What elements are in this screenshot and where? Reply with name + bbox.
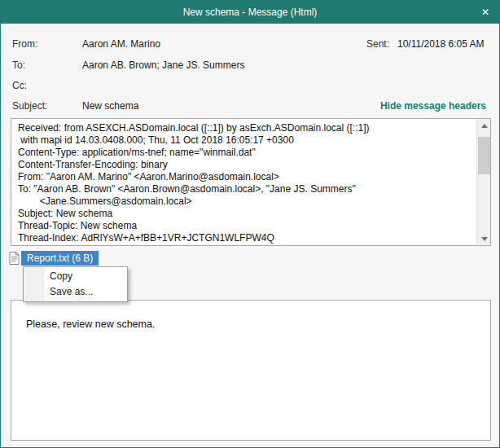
header-line: Thread-Index: AdRlYsW+A+fBB+1VR+JCTGN1WL… [18, 232, 470, 244]
message-headers-box[interactable]: Received: from ASEXCH.ASDomain.local ([:… [11, 118, 491, 246]
subject-value: New schema [82, 100, 138, 112]
sent-label: Sent: [366, 38, 389, 50]
message-body-text: Please, review new schema. [11, 301, 490, 348]
header-line: Content-Transfer-Encoding: binary [18, 159, 470, 171]
hide-message-headers-link[interactable]: Hide message headers [380, 100, 486, 112]
message-window: New schema - Message (Html) ✕ From: Aaro… [0, 0, 500, 448]
subject-label: Subject: [12, 100, 47, 112]
from-label: From: [12, 38, 37, 50]
scroll-up-icon[interactable] [477, 119, 491, 132]
message-body[interactable]: Please, review new schema. [11, 300, 491, 441]
header-line: Thread-Topic: New schema [18, 220, 470, 232]
header-line: <Jane.Summers@asdomain.local> [18, 195, 470, 208]
to-value: Aaron AB. Brown; Jane JS. Summers [82, 59, 244, 71]
attachment-item[interactable]: Report.txt (6 B) [21, 251, 99, 266]
window-title: New schema - Message (Html) [1, 1, 499, 24]
titlebar[interactable]: New schema - Message (Html) ✕ [1, 1, 499, 24]
message-headers-text: Received: from ASEXCH.ASDomain.local ([:… [11, 119, 476, 245]
attachments-bar: Report.txt (6 B) [1, 251, 499, 267]
from-row: From: Aaron AM. Marino Sent: 10/11/2018 … [1, 38, 499, 53]
header-line: To: "Aaron AB. Brown" <Aaron.Brown@asdom… [18, 183, 470, 195]
cc-label: Cc: [12, 80, 27, 91]
to-row: To: Aaron AB. Brown; Jane JS. Summers [1, 59, 499, 74]
to-label: To: [12, 59, 25, 71]
menu-item-copy[interactable]: Copy [24, 269, 127, 284]
attachment-file-icon [9, 252, 20, 265]
context-menu: Copy Save as... [23, 266, 128, 302]
header-line: Received: from ASEXCH.ASDomain.local ([:… [18, 122, 470, 134]
cc-row: Cc: [1, 80, 499, 94]
subject-row: Subject: New schema Hide message headers [1, 100, 499, 115]
menu-item-save-as[interactable]: Save as... [24, 284, 127, 300]
scroll-down-icon[interactable] [477, 232, 491, 245]
header-line: From: "Aaron AM. Marino" <Aaron.Marino@a… [18, 171, 470, 183]
sent-value: 10/11/2018 6:05 AM [397, 38, 485, 50]
headers-scrollbar[interactable] [476, 119, 490, 245]
scrollbar-thumb[interactable] [478, 137, 490, 174]
header-line: Subject: New schema [18, 208, 470, 220]
from-value: Aaron AM. Marino [82, 38, 160, 50]
header-line: Content-Type: application/ms-tnef; name=… [18, 147, 470, 159]
header-line: with mapi id 14.03.0408.000; Thu, 11 Oct… [18, 134, 470, 147]
close-icon[interactable]: ✕ [471, 1, 499, 24]
